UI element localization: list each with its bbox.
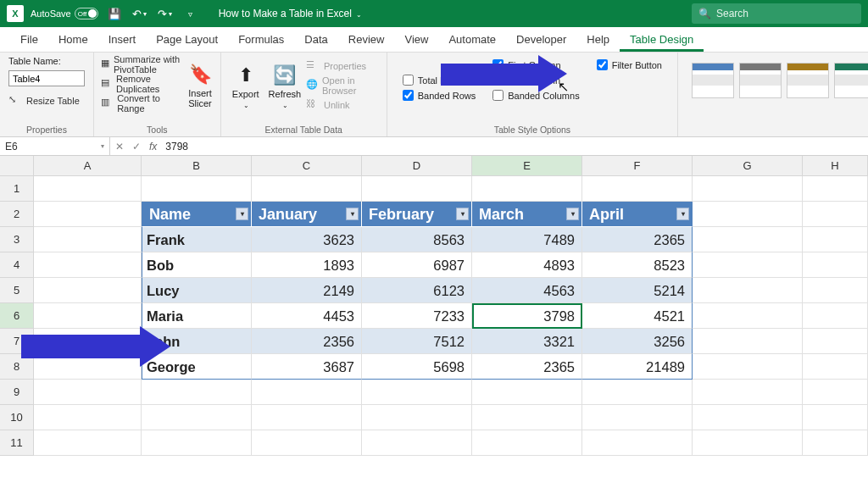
table-cell[interactable]: 4521 — [582, 303, 693, 329]
table-header-cell[interactable]: March▾ — [472, 202, 582, 227]
cell[interactable] — [142, 405, 252, 430]
cell[interactable] — [803, 380, 868, 405]
cell[interactable] — [252, 380, 362, 405]
cell[interactable] — [693, 405, 803, 430]
cell[interactable] — [472, 405, 582, 430]
cell[interactable] — [693, 354, 803, 380]
table-cell[interactable]: 5698 — [362, 354, 472, 380]
cell[interactable] — [34, 176, 142, 202]
cell[interactable] — [582, 380, 693, 405]
tab-automate[interactable]: Automate — [438, 28, 506, 52]
table-cell[interactable]: 1893 — [252, 252, 362, 278]
tab-page-layout[interactable]: Page Layout — [146, 28, 228, 52]
table-cell[interactable]: 3256 — [582, 329, 693, 354]
table-cell[interactable]: 3321 — [472, 329, 582, 354]
table-cell[interactable]: 3798 — [472, 303, 582, 329]
cell[interactable] — [34, 405, 142, 430]
cell[interactable] — [693, 176, 803, 202]
row-header[interactable]: 10 — [0, 405, 34, 430]
cell[interactable] — [142, 176, 252, 202]
cell[interactable] — [803, 430, 868, 456]
remove-duplicates-button[interactable]: ▤Remove Duplicates — [101, 75, 181, 92]
table-cell[interactable]: 4453 — [252, 303, 362, 329]
table-cell[interactable]: 6123 — [362, 278, 472, 303]
undo-button[interactable]: ↶▾ — [131, 4, 149, 23]
cell[interactable] — [803, 405, 868, 430]
column-header[interactable]: H — [803, 156, 868, 176]
cell[interactable] — [693, 303, 803, 329]
filter-dropdown-icon[interactable]: ▾ — [346, 208, 359, 220]
table-cell[interactable]: Frank — [142, 227, 252, 252]
cell[interactable] — [472, 176, 582, 202]
table-cell[interactable]: 7489 — [472, 227, 582, 252]
cell[interactable] — [803, 329, 868, 354]
name-box[interactable]: E6▾ — [0, 137, 110, 155]
column-header[interactable]: B — [142, 156, 252, 176]
cell[interactable] — [142, 380, 252, 405]
table-header-cell[interactable]: April▾ — [582, 202, 693, 227]
banded-rows-check[interactable]: Banded Rows — [403, 90, 476, 101]
tab-review[interactable]: Review — [338, 28, 395, 52]
cell[interactable] — [34, 252, 142, 278]
document-title[interactable]: How to Make a Table in Excel ⌄ — [219, 8, 363, 19]
table-cell[interactable]: 4563 — [472, 278, 582, 303]
column-header[interactable]: F — [582, 156, 693, 176]
cell[interactable] — [252, 176, 362, 202]
table-cell[interactable]: 8523 — [582, 252, 693, 278]
export-button[interactable]: ⬆ Export⌄ — [228, 56, 264, 114]
table-cell[interactable]: Maria — [142, 303, 252, 329]
cell[interactable] — [34, 430, 142, 456]
cell[interactable] — [362, 430, 472, 456]
column-header[interactable]: D — [362, 156, 472, 176]
cell[interactable] — [34, 303, 142, 329]
row-header[interactable]: 1 — [0, 176, 34, 202]
cell[interactable] — [34, 380, 142, 405]
row-header[interactable]: 5 — [0, 278, 34, 303]
table-header-cell[interactable]: Name▾ — [142, 202, 252, 227]
style-swatch[interactable] — [834, 63, 868, 98]
table-cell[interactable]: 4893 — [472, 252, 582, 278]
filter-dropdown-icon[interactable]: ▾ — [566, 208, 579, 220]
style-swatch[interactable] — [692, 63, 734, 98]
cell[interactable] — [472, 380, 582, 405]
tab-home[interactable]: Home — [48, 28, 98, 52]
tab-view[interactable]: View — [394, 28, 438, 52]
cell[interactable] — [362, 405, 472, 430]
filter-button-check[interactable]: Filter Button — [597, 59, 662, 70]
cell[interactable] — [142, 430, 252, 456]
row-header[interactable]: 6 — [0, 303, 34, 329]
table-cell[interactable]: 7233 — [362, 303, 472, 329]
tab-table-design[interactable]: Table Design — [620, 28, 704, 52]
cell[interactable] — [803, 202, 868, 227]
table-cell[interactable]: Bob — [142, 252, 252, 278]
table-header-cell[interactable]: January▾ — [252, 202, 362, 227]
cell[interactable] — [803, 252, 868, 278]
cell[interactable] — [693, 329, 803, 354]
filter-dropdown-icon[interactable]: ▾ — [236, 208, 248, 220]
cell[interactable] — [582, 430, 693, 456]
cell[interactable] — [362, 380, 472, 405]
row-header[interactable]: 9 — [0, 380, 34, 405]
enter-icon[interactable]: ✓ — [132, 141, 141, 152]
cell[interactable] — [582, 405, 693, 430]
row-header[interactable]: 4 — [0, 252, 34, 278]
qat-customize[interactable]: ▿ — [181, 4, 200, 23]
cancel-icon[interactable]: ✕ — [115, 141, 124, 152]
cell[interactable] — [34, 278, 142, 303]
table-header-cell[interactable]: February▾ — [362, 202, 472, 227]
column-header[interactable]: G — [693, 156, 803, 176]
table-cell[interactable]: 3623 — [252, 227, 362, 252]
tab-insert[interactable]: Insert — [98, 28, 147, 52]
table-cell[interactable]: 3687 — [252, 354, 362, 380]
cell[interactable] — [803, 278, 868, 303]
style-swatch[interactable] — [739, 63, 782, 98]
row-header[interactable]: 2 — [0, 202, 34, 227]
cell[interactable] — [693, 380, 803, 405]
table-cell[interactable]: 8563 — [362, 227, 472, 252]
autosave-toggle[interactable]: AutoSave Off — [31, 8, 98, 19]
summarize-pivot-button[interactable]: ▦Summarize with PivotTable — [101, 56, 181, 73]
cell[interactable] — [693, 430, 803, 456]
fx-icon[interactable]: fx — [149, 141, 157, 152]
column-header[interactable]: C — [252, 156, 362, 176]
filter-dropdown-icon[interactable]: ▾ — [676, 208, 689, 220]
